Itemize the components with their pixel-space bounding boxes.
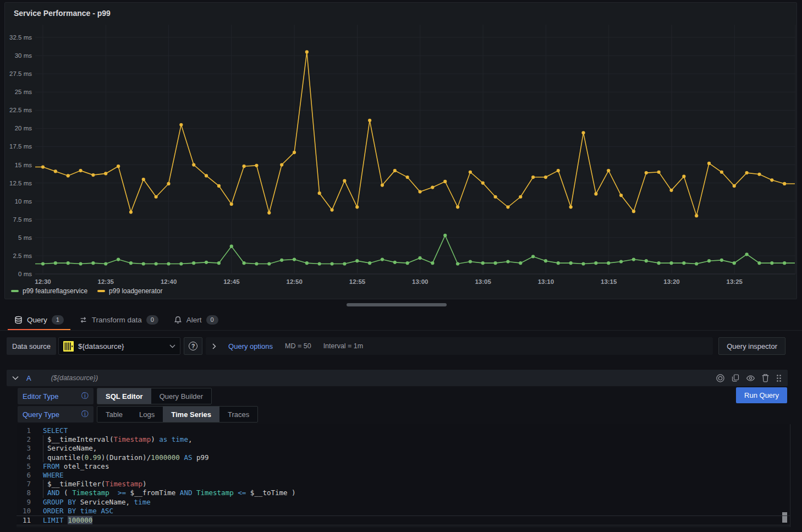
chevron-right-icon[interactable]: [212, 343, 216, 349]
code-text: $__timeFilter(Timestamp): [43, 480, 147, 489]
option-logs[interactable]: Logs: [131, 407, 163, 422]
svg-text:12:50: 12:50: [286, 278, 302, 285]
line-number: 11: [17, 516, 31, 525]
svg-text:0 ms: 0 ms: [18, 271, 32, 277]
svg-text:12:35: 12:35: [98, 278, 114, 285]
option-time-series[interactable]: Time Series: [163, 407, 219, 422]
tab-label: Alert: [186, 316, 202, 324]
svg-text:5 ms: 5 ms: [18, 234, 32, 241]
svg-text:20 ms: 20 ms: [15, 125, 32, 131]
query-row-header[interactable]: A (${datasource}): [7, 370, 788, 386]
tab-label: Query: [27, 316, 47, 324]
svg-text:12:55: 12:55: [349, 278, 366, 285]
svg-text:13:20: 13:20: [663, 278, 679, 285]
code-text: GROUP BY ServiceName, time: [43, 498, 151, 507]
option-sql-editor[interactable]: SQL Editor: [97, 388, 151, 404]
svg-text:12:45: 12:45: [223, 278, 240, 285]
code-text: ORDER BY time ASC: [43, 507, 113, 515]
line-number: 1: [17, 426, 31, 435]
divider: [0, 330, 802, 331]
query-options-link[interactable]: Query options: [228, 342, 273, 350]
code-line-1[interactable]: 1SELECT: [17, 426, 790, 435]
code-line-3[interactable]: 3ServiceName,: [17, 444, 790, 453]
tab-transform-data[interactable]: Transform data 0: [72, 309, 166, 331]
datasource-picker[interactable]: ${datasource}: [58, 337, 180, 355]
svg-text:10 ms: 10 ms: [15, 198, 32, 205]
svg-text:2.5 ms: 2.5 ms: [13, 253, 32, 259]
query-ref-id[interactable]: A: [26, 374, 31, 382]
chevron-down-icon[interactable]: [12, 376, 19, 380]
line-number: 7: [17, 480, 31, 489]
tab-query[interactable]: Query 1: [7, 309, 72, 331]
legend-dash: [11, 290, 19, 292]
editor-type-label-chip: Editor Type ⓘ: [18, 388, 94, 404]
dashboard-scrollbar[interactable]: [347, 303, 447, 306]
line-number: 8: [17, 489, 31, 497]
query-type-group: TableLogsTime SeriesTraces: [97, 406, 258, 423]
query-options-bar: Query options MD = 50 Interval = 1m: [206, 337, 713, 355]
legend-dash: [97, 290, 105, 292]
code-line-9[interactable]: 9GROUP BY ServiceName, time: [17, 498, 790, 507]
code-line-7[interactable]: 7$__timeFilter(Timestamp): [17, 480, 790, 489]
code-line-4[interactable]: 4quantile(0.99)(Duration)/1000000 AS p99: [17, 453, 790, 462]
option-table[interactable]: Table: [97, 407, 131, 422]
info-circle-icon[interactable]: ⓘ: [81, 391, 89, 401]
svg-text:30 ms: 30 ms: [15, 52, 32, 59]
hide-response-icon[interactable]: [746, 374, 755, 383]
panel-editor-tabs: Query 1 Transform data 0 Alert 0: [0, 309, 802, 331]
legend-label: p99 loadgenerator: [109, 287, 162, 295]
svg-text:25 ms: 25 ms: [15, 89, 32, 95]
code-text: $__timeInterval(Timestamp) as time,: [43, 435, 192, 444]
option-query-builder[interactable]: Query Builder: [151, 388, 211, 404]
interval-value: Interval = 1m: [323, 342, 364, 350]
query-type-label: Query Type: [23, 410, 59, 419]
bell-icon: [174, 316, 182, 324]
line-number: 4: [17, 453, 31, 462]
code-line-11[interactable]: 11LIMIT 100000: [17, 515, 790, 525]
query-type-label-chip: Query Type ⓘ: [18, 406, 94, 423]
question-circle-icon: ?: [189, 342, 197, 350]
svg-text:32.5 ms: 32.5 ms: [9, 34, 32, 41]
transform-icon: [79, 316, 87, 324]
code-text: WHERE: [43, 471, 64, 480]
tab-transform-count: 0: [146, 315, 158, 325]
duplicate-query-icon[interactable]: [731, 374, 740, 382]
line-number: 9: [17, 498, 31, 507]
code-line-5[interactable]: 5FROM otel_traces: [17, 462, 790, 471]
code-text: AND ( Timestamp >= $__fromTime AND Times…: [43, 489, 296, 497]
grafana-panel-edit-view: Service Performance - p99 0 ms2.5 ms5 ms…: [0, 0, 802, 532]
line-number: 3: [17, 444, 31, 453]
datasource-help-button[interactable]: ?: [184, 337, 202, 355]
svg-text:12.5 ms: 12.5 ms: [9, 180, 32, 187]
svg-text:13:10: 13:10: [538, 278, 554, 285]
legend-item-p99-featureflagservice[interactable]: p99 featureflagservice: [11, 287, 87, 295]
code-line-10[interactable]: 10ORDER BY time ASC: [17, 507, 790, 515]
timeseries-chart[interactable]: 0 ms2.5 ms5 ms7.5 ms10 ms12.5 ms15 ms17.…: [0, 0, 802, 300]
query-datasource-hint: (${datasource}): [51, 374, 98, 382]
tab-query-count: 1: [52, 315, 64, 325]
option-traces[interactable]: Traces: [219, 407, 257, 422]
code-line-8[interactable]: 8AND ( Timestamp >= $__fromTime AND Time…: [17, 489, 790, 497]
line-number: 5: [17, 462, 31, 471]
svg-text:13:15: 13:15: [601, 278, 617, 285]
svg-text:13:05: 13:05: [475, 278, 491, 285]
svg-text:15 ms: 15 ms: [15, 162, 32, 168]
svg-text:27.5 ms: 27.5 ms: [9, 70, 32, 77]
editor-type-label: Editor Type: [23, 392, 59, 401]
legend-item-p99-loadgenerator[interactable]: p99 loadgenerator: [97, 287, 162, 295]
line-number: 10: [17, 507, 31, 515]
trash-icon[interactable]: [761, 374, 770, 382]
code-line-6[interactable]: 6WHERE: [17, 471, 790, 480]
query-actions: [716, 374, 782, 383]
drag-handle-icon[interactable]: [776, 374, 782, 382]
query-type-row: Query Type ⓘ TableLogsTime SeriesTraces: [18, 406, 258, 423]
query-inspector-button[interactable]: Query inspector: [718, 337, 785, 355]
info-circle-icon[interactable]: ⓘ: [81, 409, 89, 419]
svg-text:12:30: 12:30: [35, 278, 51, 285]
tab-alert-count: 0: [206, 315, 218, 325]
tab-alert[interactable]: Alert 0: [166, 309, 226, 331]
sql-code-editor[interactable]: 1SELECT2$__timeInterval(Timestamp) as ti…: [17, 424, 790, 527]
disable-query-icon[interactable]: [716, 374, 725, 383]
run-query-button[interactable]: Run Query: [736, 387, 787, 403]
code-line-2[interactable]: 2$__timeInterval(Timestamp) as time,: [17, 435, 790, 444]
